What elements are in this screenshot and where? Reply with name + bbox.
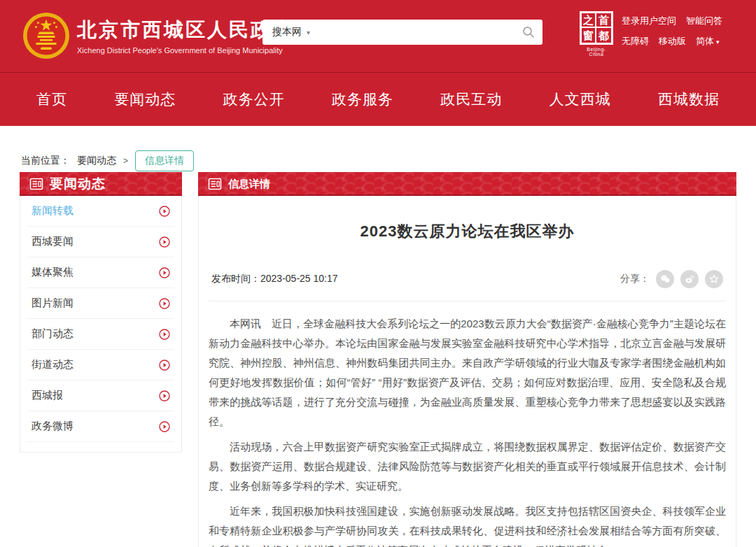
nav-item-culture[interactable]: 人文西城 [550, 90, 611, 109]
nav-item-gov-services[interactable]: 政务服务 [332, 90, 393, 109]
arrow-circle-icon [159, 206, 170, 217]
weibo-icon [684, 274, 695, 285]
sidebar-item-gov-weibo[interactable]: 政务微博 [27, 411, 174, 442]
language-select[interactable]: 简体▾ [696, 35, 720, 48]
arrow-circle-icon [159, 267, 170, 278]
seal-char: 窗 [582, 28, 596, 43]
share-favorite-button[interactable] [705, 270, 723, 288]
news-document-icon [29, 177, 43, 191]
arrow-circle-icon [159, 421, 170, 432]
article-paragraph: 本网讯 近日，全球金融科技大会系列论坛之一的2023数云原力大会“数据资产·金融… [209, 314, 726, 432]
article-title: 2023数云原力论坛在我区举办 [209, 196, 726, 242]
article-panel: 信息详情 2023数云原力论坛在我区举办 发布时间：2023-05-25 10:… [198, 172, 736, 547]
capital-window-seal: 之 首 窗 都 [580, 11, 613, 45]
smart-qa-link[interactable]: 智能问答 [686, 15, 722, 27]
sidebar-item-xicheng-paper[interactable]: 西城报 [27, 381, 174, 411]
article-meta-row: 发布时间：2023-05-25 10:17 分享： [209, 270, 726, 301]
mobile-version-link[interactable]: 移动版 [659, 35, 686, 48]
share-wechat-button[interactable] [656, 270, 674, 288]
breadcrumb: 当前位置： 要闻动态 > 信息详情 [0, 126, 756, 172]
main-nav: 首页 要闻动态 政务公开 政务服务 政民互动 人文西城 西城数据 [0, 72, 756, 126]
search-bar: 搜本网 ▾ [262, 20, 542, 45]
sidebar-list: 新闻转载 西城要闻 媒体聚焦 图片新闻 部门动态 [20, 196, 182, 453]
nav-item-news[interactable]: 要闻动态 [114, 90, 176, 109]
chevron-down-icon: ▾ [307, 29, 310, 36]
national-emblem-logo[interactable] [22, 12, 70, 59]
accessibility-link[interactable]: 无障碍 [622, 35, 649, 48]
capital-window-logo[interactable]: 之 首 窗 都 Beijing-China [580, 11, 613, 57]
share-toolbar: 分享： [620, 270, 723, 288]
breadcrumb-separator: > [123, 156, 128, 166]
sidebar-item-news-repost[interactable]: 新闻转载 [27, 196, 174, 227]
news-document-icon [208, 177, 222, 191]
site-subtitle: Xicheng District People's Government of … [77, 46, 294, 55]
share-weibo-button[interactable] [680, 270, 699, 288]
publish-time-label: 发布时间： [211, 273, 260, 284]
seal-caption: Beijing-China [580, 47, 613, 57]
publish-time-value: 2023-05-25 10:17 [260, 273, 338, 284]
site-title: 北京市西城区人民政府 [77, 18, 294, 42]
breadcrumb-section-link[interactable]: 要闻动态 [77, 155, 116, 167]
article-paragraph: 活动现场，六合上甲数据资产研究实验室正式揭牌成立，将围绕数据权属界定、数据评估定… [209, 437, 726, 496]
sidebar-header: 要闻动态 [20, 172, 182, 196]
search-input[interactable] [317, 20, 514, 45]
login-user-space-link[interactable]: 登录用户空间 [622, 15, 676, 27]
search-scope-label: 搜本网 [272, 26, 302, 38]
content-area: 要闻动态 新闻转载 西城要闻 媒体聚焦 图片新闻 [0, 172, 756, 547]
sidebar-item-street-news[interactable]: 街道动态 [27, 350, 174, 381]
share-label: 分享： [620, 273, 650, 285]
article-body: 2023数云原力论坛在我区举办 发布时间：2023-05-25 10:17 分享… [198, 196, 736, 547]
nav-item-data[interactable]: 西城数据 [658, 90, 720, 109]
arrow-circle-icon [159, 329, 170, 340]
publish-time: 发布时间：2023-05-25 10:17 [211, 273, 338, 285]
sidebar-item-department-news[interactable]: 部门动态 [27, 319, 174, 350]
star-icon [708, 274, 720, 285]
breadcrumb-current-badge: 信息详情 [135, 150, 194, 171]
arrow-circle-icon [159, 360, 170, 371]
sidebar: 要闻动态 新闻转载 西城要闻 媒体聚焦 图片新闻 [20, 172, 182, 453]
search-scope-select[interactable]: 搜本网 ▾ [262, 26, 317, 38]
wechat-icon [659, 274, 671, 285]
arrow-circle-icon [159, 298, 170, 309]
breadcrumb-prefix: 当前位置： [21, 155, 70, 167]
article-paragraph: 近年来，我国积极加快科技强国建设，实施创新驱动发展战略。我区支持包括辖区国资央企… [209, 502, 726, 547]
page: 北京市西城区人民政府 Xicheng District People's Gov… [0, 0, 756, 547]
header-quicklinks: 登录用户空间 智能问答 无障碍 移动版 简体▾ [622, 15, 722, 55]
nav-item-gov-affairs[interactable]: 政务公开 [223, 90, 285, 109]
arrow-circle-icon [159, 236, 170, 248]
search-icon [522, 26, 535, 38]
sidebar-item-xicheng-news[interactable]: 西城要闻 [27, 227, 174, 257]
sidebar-item-photo-news[interactable]: 图片新闻 [27, 288, 174, 319]
seal-char: 之 [582, 13, 596, 28]
panel-title: 信息详情 [228, 178, 270, 191]
sidebar-item-media-focus[interactable]: 媒体聚焦 [27, 257, 174, 288]
nav-item-home[interactable]: 首页 [36, 90, 67, 109]
seal-char: 都 [596, 28, 611, 43]
arrow-circle-icon [159, 390, 170, 402]
site-header: 北京市西城区人民政府 Xicheng District People's Gov… [0, 0, 756, 72]
nav-item-interaction[interactable]: 政民互动 [440, 90, 502, 109]
site-brand: 北京市西城区人民政府 Xicheng District People's Gov… [77, 18, 294, 55]
search-button[interactable] [514, 20, 542, 45]
article-content: 本网讯 近日，全球金融科技大会系列论坛之一的2023数云原力大会“数据资产·金融… [209, 301, 726, 547]
article-panel-header: 信息详情 [198, 172, 736, 196]
seal-char: 首 [596, 13, 611, 28]
sidebar-title: 要闻动态 [50, 175, 106, 193]
chevron-down-icon: ▾ [716, 38, 720, 45]
